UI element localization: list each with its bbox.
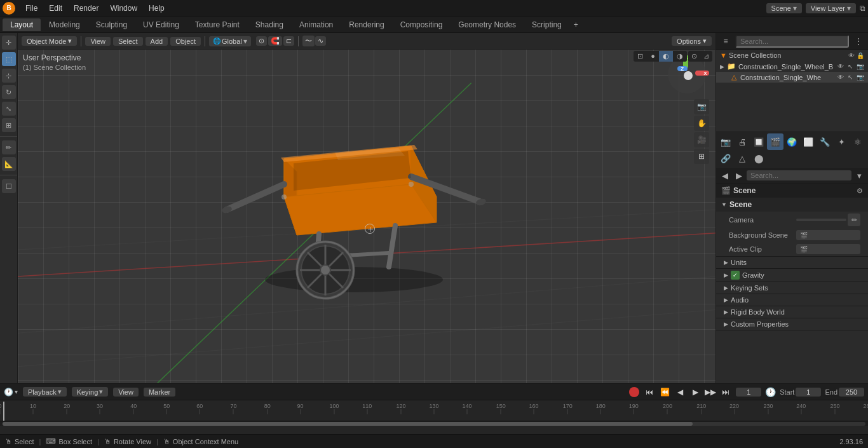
current-frame[interactable]: 1: [736, 388, 761, 397]
jump-end-btn[interactable]: ⏭: [719, 386, 732, 398]
view-menu-tl[interactable]: View: [113, 388, 139, 397]
keying-menu[interactable]: Keying ▾: [72, 387, 109, 397]
header-graph-btn[interactable]: ∿: [315, 36, 326, 46]
outliner-item-1[interactable]: △ Construction_Single_Whe 👁 ↖ 📷: [716, 72, 868, 83]
view-menu[interactable]: View: [85, 37, 111, 46]
overlay-btn[interactable]: ⊙: [688, 51, 700, 62]
menu-render[interactable]: Render: [69, 3, 104, 14]
realtime-clock-btn[interactable]: 🕐: [765, 387, 776, 397]
transform-tool[interactable]: ⊞: [2, 118, 16, 132]
object-prop-btn[interactable]: ⬜: [800, 133, 817, 150]
tab-shading[interactable]: Shading: [248, 18, 291, 31]
tab-scripting[interactable]: Scripting: [524, 18, 569, 31]
marker-menu[interactable]: Marker: [144, 388, 175, 397]
snapping-btn[interactable]: 🧲: [268, 36, 282, 46]
menu-file[interactable]: File: [20, 3, 43, 14]
end-frame[interactable]: 250: [839, 388, 864, 397]
measure-tool[interactable]: 📐: [2, 157, 16, 171]
tab-compositing[interactable]: Compositing: [393, 18, 451, 31]
tab-sculpting[interactable]: Sculpting: [88, 18, 135, 31]
3d-viewport[interactable]: Object Mode ▾ View Select Add Object 🌐 G…: [18, 33, 715, 383]
visibility-icon-1[interactable]: 👁: [837, 74, 844, 81]
selectability-icon-1[interactable]: ↖: [848, 74, 853, 81]
constraints-prop-btn[interactable]: 🔗: [717, 150, 734, 166]
gizmo-z-axis[interactable]: Z: [677, 66, 688, 71]
annotate-tool[interactable]: ✏: [2, 140, 16, 154]
quad-view-btn[interactable]: ⊞: [694, 149, 709, 164]
prop-search-input[interactable]: [747, 170, 851, 180]
scene-selector[interactable]: Scene ▾: [766, 3, 802, 13]
view-layer-prop-btn[interactable]: 🔲: [750, 133, 767, 150]
physics-prop-btn[interactable]: ⚛: [850, 133, 866, 150]
bg-scene-value[interactable]: 🎬: [796, 230, 860, 240]
select-menu[interactable]: Select: [113, 37, 143, 46]
menu-edit[interactable]: Edit: [44, 3, 67, 14]
camera-view-btn[interactable]: 📷: [694, 99, 709, 114]
keying-header[interactable]: ▶ Keying Sets: [716, 282, 868, 294]
modifier-prop-btn[interactable]: 🔧: [817, 133, 833, 150]
prop-nav-back[interactable]: ◀: [719, 169, 731, 182]
timeline-mode-selector[interactable]: 🕐 ▾: [4, 388, 18, 397]
material-prop-btn[interactable]: ⬤: [750, 150, 767, 166]
tab-uv-editing[interactable]: UV Editing: [135, 18, 187, 31]
output-prop-btn[interactable]: 🖨: [734, 133, 750, 150]
menu-help[interactable]: Help: [144, 3, 170, 14]
play-btn[interactable]: ▶: [689, 386, 702, 398]
select-tool[interactable]: ⬚: [2, 52, 16, 66]
rotate-tool[interactable]: ↻: [2, 85, 16, 99]
proportional-btn[interactable]: ⊏: [283, 36, 294, 46]
jump-start-btn[interactable]: ⏮: [643, 386, 656, 398]
visibility-icon-0[interactable]: 👁: [837, 63, 844, 70]
tab-rendering[interactable]: Rendering: [341, 18, 391, 31]
tab-animation[interactable]: Animation: [292, 18, 341, 31]
record-btn[interactable]: [629, 387, 639, 397]
start-frame[interactable]: 1: [796, 388, 821, 397]
timeline-scrollbar[interactable]: [0, 421, 868, 426]
hand-tool-btn[interactable]: ✋: [694, 116, 709, 131]
outliner-search[interactable]: [735, 35, 849, 48]
audio-header[interactable]: ▶ Audio: [716, 294, 868, 306]
add-menu[interactable]: Add: [146, 37, 168, 46]
transform-global[interactable]: 🌐 Global ▾: [209, 36, 251, 46]
world-prop-btn[interactable]: 🌍: [783, 133, 800, 150]
pivot-point-btn[interactable]: ⊙: [256, 36, 267, 46]
add-cube-tool[interactable]: ☐: [2, 179, 16, 193]
prop-filter-btn[interactable]: ▾: [853, 169, 865, 182]
gizmo-x-axis[interactable]: X: [695, 71, 709, 76]
selectability-icon-0[interactable]: ↖: [848, 63, 853, 70]
view-layer-selector[interactable]: View Layer ▾: [806, 3, 856, 13]
timeline-frames[interactable]: 0 10 20 30 40 50 60 70 80 90 100 110 120…: [0, 400, 868, 421]
gizmo-toggle-btn[interactable]: ⊿: [700, 51, 712, 62]
outliner-view-btn[interactable]: ≡: [719, 34, 733, 48]
viewport-gizmo[interactable]: X Y Z 📷 ✋ 🎥 ⊞: [665, 52, 709, 164]
play-back-btn[interactable]: ◀: [674, 386, 686, 398]
tab-texture-paint[interactable]: Texture Paint: [187, 18, 247, 31]
scene-prop-settings[interactable]: ⚙: [857, 187, 863, 195]
render-prop-btn[interactable]: 📷: [717, 133, 734, 150]
tab-layout[interactable]: Layout: [3, 18, 41, 31]
units-header[interactable]: ▶ Units: [716, 257, 868, 268]
active-clip-value[interactable]: 🎬: [796, 244, 860, 254]
data-prop-btn[interactable]: △: [734, 150, 750, 166]
material-preview-btn[interactable]: ◐: [659, 51, 673, 62]
expand-btn[interactable]: ⧉: [860, 4, 865, 13]
outliner-filter-btn[interactable]: ⋮: [851, 34, 865, 48]
play-fwd-btn[interactable]: ▶▶: [704, 386, 717, 398]
camera-persp-btn[interactable]: 🎥: [694, 132, 709, 147]
particles-prop-btn[interactable]: ✦: [833, 133, 850, 150]
playback-menu[interactable]: Playback ▾: [23, 387, 67, 397]
tab-geometry-nodes[interactable]: Geometry Nodes: [451, 18, 524, 31]
menu-window[interactable]: Window: [105, 3, 142, 14]
outliner-item-0[interactable]: ▶ 📁 Construction_Single_Wheel_B 👁 ↖ 📷: [716, 61, 868, 72]
move-tool[interactable]: ⊹: [2, 69, 16, 83]
rendered-btn[interactable]: ◑: [673, 51, 687, 62]
scene-prop-btn[interactable]: 🎬: [767, 133, 783, 150]
solid-btn[interactable]: ●: [647, 51, 659, 62]
tab-modeling[interactable]: Modeling: [41, 18, 88, 31]
render-icon-1[interactable]: 📷: [857, 74, 864, 81]
falloff-btn[interactable]: 〜: [302, 36, 315, 46]
cursor-tool[interactable]: ✛: [2, 36, 16, 50]
prop-nav-fwd[interactable]: ▶: [733, 169, 745, 182]
render-icon-0[interactable]: 📷: [857, 63, 864, 70]
gravity-header[interactable]: ▶ ✓ Gravity: [716, 269, 868, 282]
